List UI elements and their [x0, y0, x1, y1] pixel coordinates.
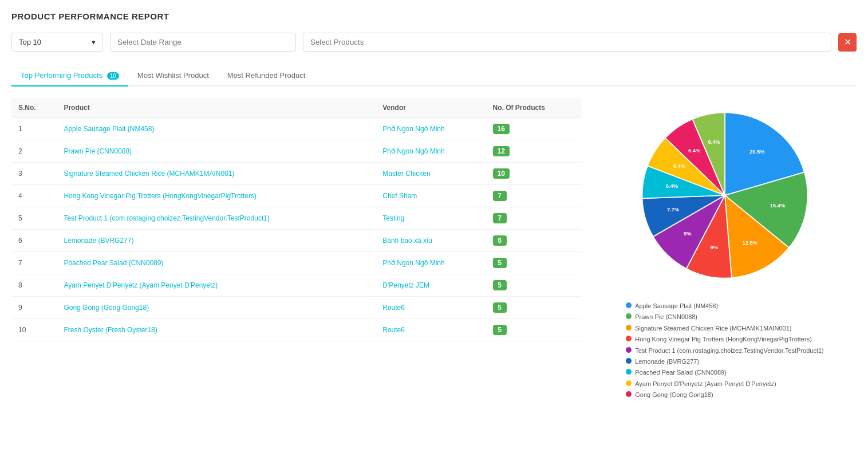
chart-container: 20.5%15.4%12.8%9%9%7.7%6.4%6.4%6.4%6.4% …	[593, 98, 857, 400]
table-row: 8 Ayam Penyet D'Penyetz (Ayam Penyet D'P…	[11, 274, 582, 297]
clear-button[interactable]: ✕	[838, 33, 857, 52]
products-input[interactable]	[303, 33, 831, 52]
cell-product[interactable]: Gong Gong (Gong Gong18)	[57, 297, 376, 319]
top-performing-badge: 10	[107, 72, 119, 80]
cell-count: 5	[486, 274, 582, 297]
cell-sno: 6	[11, 230, 57, 252]
pie-svg: 20.5%15.4%12.8%9%9%7.7%6.4%6.4%6.4%6.4%	[628, 98, 822, 293]
table-row: 10 Fresh Oyster (Fresh Oyster18) Route6 …	[11, 319, 582, 341]
table-row: 1 Apple Sausage Plait (NM458) Phở Ngon N…	[11, 118, 582, 140]
cell-count: 16	[486, 118, 582, 140]
table-row: 5 Test Product 1 (com.rostaging.choizez.…	[11, 207, 582, 230]
cell-product[interactable]: Signature Steamed Chicken Rice (MCHAMK1M…	[57, 163, 376, 185]
svg-text:15.4%: 15.4%	[770, 203, 786, 209]
svg-text:6.4%: 6.4%	[666, 183, 678, 189]
cell-sno: 2	[11, 140, 57, 163]
cell-sno: 8	[11, 274, 57, 297]
legend-item: Test Product 1 (com.rostaging.choizez.Te…	[626, 347, 824, 355]
cell-count: 10	[486, 163, 582, 185]
col-product: Product	[57, 98, 376, 118]
cell-product[interactable]: Prawn Pie (CNN0088)	[57, 140, 376, 163]
cell-sno: 9	[11, 297, 57, 319]
tab-most-refunded[interactable]: Most Refunded Product	[218, 65, 315, 85]
legend-dot	[626, 358, 632, 364]
cell-product[interactable]: Lemonade (BVRG277)	[57, 230, 376, 252]
legend-item: Lemonade (BVRG277)	[626, 357, 824, 366]
table-row: 7 Poached Pear Salad (CNN0089) Phở Ngon …	[11, 252, 582, 274]
cell-sno: 1	[11, 118, 57, 140]
cell-count: 5	[486, 252, 582, 274]
legend-item: Apple Sausage Plait (NM458)	[626, 302, 824, 310]
cell-product[interactable]: Hong Kong Vinegar Pig Trotters (HongKong…	[57, 185, 376, 207]
product-table-section: S.No. Product Vendor No. Of Products 1 A…	[11, 98, 582, 400]
cell-vendor[interactable]: Route6	[376, 319, 486, 341]
cell-product[interactable]: Fresh Oyster (Fresh Oyster18)	[57, 319, 376, 341]
chart-legend: Apple Sausage Plait (NM458) Prawn Pie (C…	[626, 302, 824, 400]
tab-top-performing[interactable]: Top Performing Products 10	[11, 65, 128, 86]
top-select[interactable]: Top 10 ▾	[11, 33, 103, 52]
svg-text:6.4%: 6.4%	[708, 139, 721, 145]
cell-sno: 3	[11, 163, 57, 185]
cell-sno: 10	[11, 319, 57, 341]
svg-text:20.5%: 20.5%	[749, 149, 765, 155]
legend-item: Hong Kong Vinegar Pig Trotters (HongKong…	[626, 335, 824, 344]
legend-dot	[626, 391, 632, 397]
cell-product[interactable]: Apple Sausage Plait (NM458)	[57, 118, 376, 140]
cell-count: 12	[486, 140, 582, 163]
legend-item: Gong Gong (Gong Gong18)	[626, 391, 824, 399]
legend-label: Hong Kong Vinegar Pig Trotters (HongKong…	[635, 335, 812, 344]
cell-product[interactable]: Test Product 1 (com.rostaging.choizez.Te…	[57, 207, 376, 230]
legend-dot	[626, 313, 632, 319]
cell-vendor[interactable]: Chef Sham	[376, 185, 486, 207]
cell-sno: 5	[11, 207, 57, 230]
legend-item: Ayam Penyet D'Penyetz (Ayam Penyet D'Pen…	[626, 380, 824, 388]
cell-count: 7	[486, 207, 582, 230]
legend-dot	[626, 347, 632, 353]
col-sno: S.No.	[11, 98, 57, 118]
svg-text:9%: 9%	[710, 245, 718, 251]
cell-vendor[interactable]: Phở Ngon Ngô Minh	[376, 118, 486, 140]
legend-dot	[626, 302, 632, 308]
legend-label: Test Product 1 (com.rostaging.choizez.Te…	[635, 347, 824, 355]
page-title: PRODUCT PERFORMANCE REPORT	[11, 11, 857, 21]
tab-most-wishlist[interactable]: Most Wishlist Product	[128, 65, 218, 85]
cell-vendor[interactable]: D'Penyetz JEM	[376, 274, 486, 297]
svg-text:6.4%: 6.4%	[673, 163, 686, 169]
legend-item: Poached Pear Salad (CNN0089)	[626, 368, 824, 377]
legend-label: Prawn Pie (CNN0088)	[635, 313, 697, 321]
legend-dot	[626, 369, 632, 375]
legend-dot	[626, 336, 632, 341]
legend-label: Gong Gong (Gong Gong18)	[635, 391, 713, 399]
legend-label: Apple Sausage Plait (NM458)	[635, 302, 718, 310]
cell-vendor[interactable]: Phở Ngon Ngô Minh	[376, 252, 486, 274]
filters-bar: Top 10 ▾ ✕	[11, 33, 857, 52]
cell-vendor[interactable]: Bánh bao xá xíu	[376, 230, 486, 252]
col-vendor: Vendor	[376, 98, 486, 118]
cell-vendor[interactable]: Master Chicken	[376, 163, 486, 185]
legend-item: Prawn Pie (CNN0088)	[626, 313, 824, 321]
tabs-bar: Top Performing Products 10 Most Wishlist…	[11, 65, 857, 86]
cell-product[interactable]: Poached Pear Salad (CNN0089)	[57, 252, 376, 274]
table-row: 9 Gong Gong (Gong Gong18) Route6 5	[11, 297, 582, 319]
cell-vendor[interactable]: Testing	[376, 207, 486, 230]
cell-count: 5	[486, 319, 582, 341]
svg-text:9%: 9%	[684, 231, 692, 237]
product-table: S.No. Product Vendor No. Of Products 1 A…	[11, 98, 582, 341]
cell-product[interactable]: Ayam Penyet D'Penyetz (Ayam Penyet D'Pen…	[57, 274, 376, 297]
legend-label: Poached Pear Salad (CNN0089)	[635, 368, 727, 377]
cell-vendor[interactable]: Route6	[376, 297, 486, 319]
legend-label: Ayam Penyet D'Penyetz (Ayam Penyet D'Pen…	[635, 380, 776, 388]
cell-count: 6	[486, 230, 582, 252]
chart-section: 20.5%15.4%12.8%9%9%7.7%6.4%6.4%6.4%6.4% …	[593, 98, 857, 400]
col-count: No. Of Products	[486, 98, 582, 118]
cell-vendor[interactable]: Phở Ngon Ngô Minh	[376, 140, 486, 163]
svg-text:7.7%: 7.7%	[667, 207, 680, 213]
chevron-down-icon: ▾	[92, 38, 96, 46]
legend-item: Signature Steamed Chicken Rice (MCHAMK1M…	[626, 324, 824, 333]
pie-chart: 20.5%15.4%12.8%9%9%7.7%6.4%6.4%6.4%6.4%	[628, 98, 822, 293]
date-range-input[interactable]	[110, 33, 296, 52]
main-content: S.No. Product Vendor No. Of Products 1 A…	[11, 98, 857, 400]
svg-text:6.4%: 6.4%	[688, 148, 701, 154]
legend-label: Signature Steamed Chicken Rice (MCHAMK1M…	[635, 324, 791, 333]
cell-sno: 7	[11, 252, 57, 274]
